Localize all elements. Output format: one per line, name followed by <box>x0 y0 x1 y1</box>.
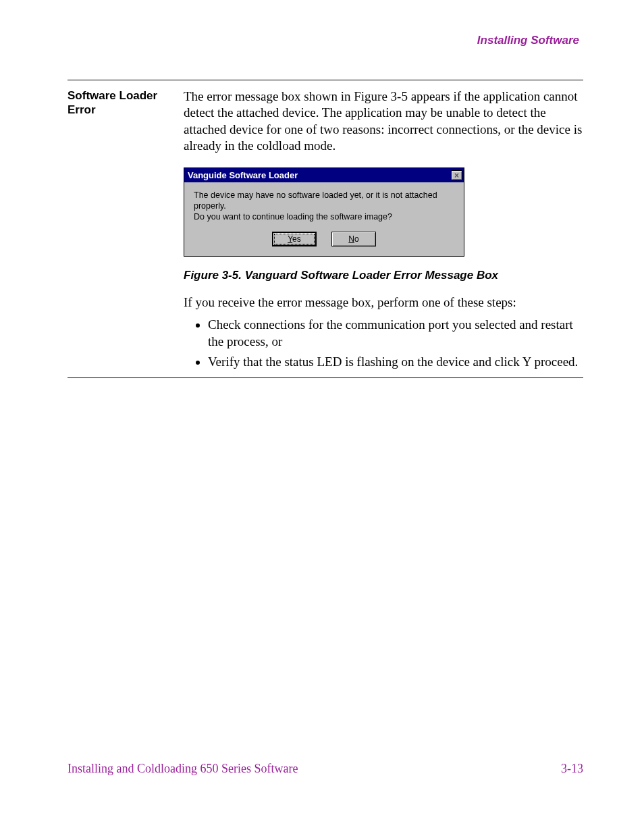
list-item: Check connections for the communication … <box>208 317 583 350</box>
side-heading: Software Loader Error <box>68 88 184 161</box>
dialog-message: The device may have no software loaded y… <box>194 190 454 222</box>
intro-paragraph: The error message box shown in Figure 3-… <box>184 88 583 154</box>
footer-right: 3-13 <box>561 762 583 776</box>
dialog-line2: Do you want to continue loading the soft… <box>194 212 392 221</box>
figure-caption: Figure 3-5. Vanguard Software Loader Err… <box>184 269 583 282</box>
dialog-title: Vanguide Software Loader <box>188 170 298 180</box>
page-footer: Installing and Coldloading 650 Series So… <box>68 762 583 776</box>
steps-list: Check connections for the communication … <box>208 317 583 371</box>
list-item: Verify that the status LED is flashing o… <box>208 354 583 371</box>
yes-button[interactable]: Yes <box>272 232 317 246</box>
no-button[interactable]: No <box>331 232 376 246</box>
dialog-body: The device may have no software loaded y… <box>184 182 464 256</box>
footer-left: Installing and Coldloading 650 Series So… <box>68 762 298 776</box>
rule-bottom <box>68 377 583 378</box>
dialog-line1: The device may have no software loaded y… <box>194 190 437 211</box>
error-dialog: Vanguide Software Loader × The device ma… <box>184 167 464 257</box>
header-section-title: Installing Software <box>68 34 583 47</box>
dialog-titlebar: Vanguide Software Loader × <box>184 168 464 182</box>
after-text: If you receive the error message box, pe… <box>184 294 583 311</box>
close-icon[interactable]: × <box>451 170 462 180</box>
rule-top <box>68 80 583 80</box>
